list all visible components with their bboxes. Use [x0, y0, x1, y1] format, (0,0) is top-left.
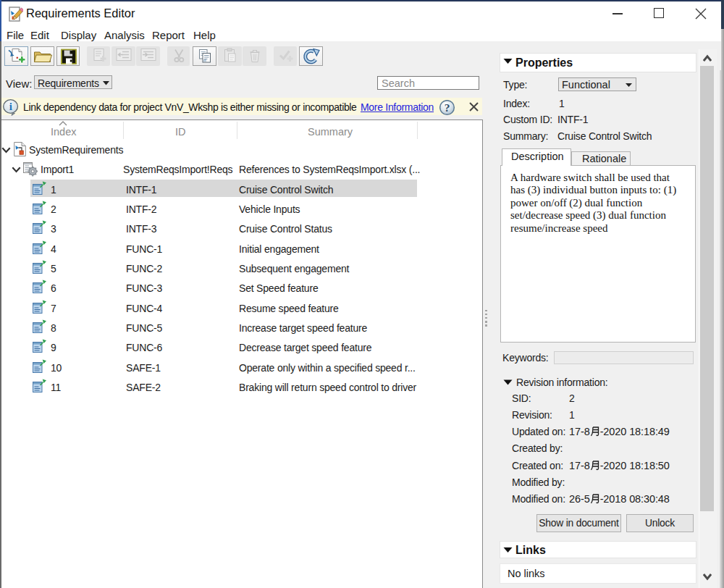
svg-text:i: i	[9, 101, 12, 112]
svg-text:?: ?	[444, 101, 450, 114]
